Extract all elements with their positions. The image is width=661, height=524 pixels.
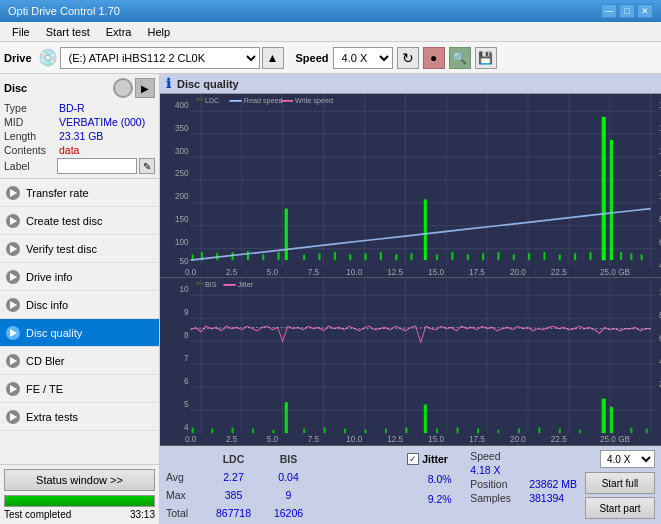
sidebar-item-disc-info[interactable]: Disc info [0, 291, 159, 319]
start-full-btn[interactable]: Start full [585, 472, 655, 494]
sidebar-item-cd-bler[interactable]: CD Bler [0, 347, 159, 375]
eject-btn[interactable]: ▲ [262, 47, 284, 69]
svg-text:5.0: 5.0 [267, 434, 279, 445]
svg-rect-76 [610, 140, 613, 260]
speed-select-stats[interactable]: 4.0 X 2.0 X 8.0 X [600, 450, 655, 468]
svg-rect-0 [160, 94, 661, 277]
svg-rect-141 [436, 429, 438, 434]
svg-text:Jitter: Jitter [238, 280, 254, 290]
svg-text:12.5: 12.5 [387, 267, 403, 278]
stats-header-row: LDC BIS [166, 450, 399, 468]
svg-rect-131 [252, 429, 254, 434]
menu-help[interactable]: Help [139, 24, 178, 40]
svg-rect-67 [482, 253, 484, 260]
stats-total-row: Total 867718 16206 [166, 504, 399, 522]
menu-file[interactable]: File [4, 24, 38, 40]
svg-text:50: 50 [180, 255, 189, 266]
scan-btn[interactable]: 🔍 [449, 47, 471, 69]
jitter-checkbox[interactable]: ✓ [407, 453, 419, 465]
label-input[interactable] [57, 158, 137, 174]
svg-rect-128 [192, 428, 194, 434]
svg-rect-134 [303, 429, 305, 434]
speed-pos-group: Speed 4.18 X Position 23862 MB Samples 3… [470, 450, 577, 504]
create-test-disc-label: Create test disc [26, 215, 102, 227]
svg-rect-133 [285, 402, 288, 433]
maximize-btn[interactable]: □ [619, 4, 635, 18]
position-val: 23862 MB [529, 478, 577, 490]
menu-start-test[interactable]: Start test [38, 24, 98, 40]
sidebar-item-extra-tests[interactable]: Extra tests [0, 403, 159, 431]
svg-text:2.5: 2.5 [226, 267, 238, 278]
sidebar-item-fe-te[interactable]: FE / TE [0, 375, 159, 403]
svg-rect-54 [285, 209, 288, 261]
svg-text:10.0: 10.0 [346, 267, 362, 278]
svg-text:8: 8 [184, 330, 189, 341]
svg-text:9: 9 [184, 307, 189, 318]
disc-icon [113, 78, 133, 98]
label-edit-btn[interactable]: ✎ [139, 158, 155, 174]
toolbar: Drive 💿 (E:) ATAPI iHBS112 2 CL0K ▲ Spee… [0, 42, 661, 74]
save-btn[interactable]: 💾 [475, 47, 497, 69]
svg-text:7.5: 7.5 [308, 434, 320, 445]
sidebar-item-drive-info[interactable]: Drive info [0, 263, 159, 291]
svg-rect-152 [646, 429, 648, 434]
svg-rect-148 [579, 430, 581, 433]
right-panel: ℹ Disc quality [160, 74, 661, 524]
drive-select[interactable]: (E:) ATAPI iHBS112 2 CL0K [60, 47, 260, 69]
close-btn[interactable]: ✕ [637, 4, 653, 18]
stats-max-row: Max 385 9 [166, 486, 399, 504]
app-title: Opti Drive Control 1.70 [8, 5, 120, 17]
svg-text:5: 5 [184, 399, 189, 410]
disc-panel: Disc ▶ Type BD-R MID VERBATIMe (000) Len… [0, 74, 159, 179]
disc-info-icon [6, 298, 20, 312]
svg-rect-68 [497, 252, 499, 260]
svg-rect-150 [610, 407, 613, 433]
svg-rect-153 [196, 282, 204, 285]
total-ldc: 867718 [206, 507, 261, 519]
svg-rect-53 [278, 252, 280, 260]
minimize-btn[interactable]: — [601, 4, 617, 18]
status-window-btn[interactable]: Status window >> [4, 469, 155, 491]
svg-rect-73 [574, 253, 576, 260]
sidebar-item-disc-quality[interactable]: Disc quality [0, 319, 159, 347]
jitter-avg: 8.0% [417, 473, 462, 485]
svg-text:17.5: 17.5 [469, 267, 485, 278]
position-label: Position [470, 478, 525, 490]
menu-bar: File Start test Extra Help [0, 22, 661, 42]
svg-text:10: 10 [180, 284, 189, 295]
status-panel: Status window >> Test completed 33:13 [0, 464, 159, 524]
svg-text:15.0: 15.0 [428, 434, 444, 445]
svg-rect-143 [477, 429, 479, 434]
svg-text:150: 150 [175, 214, 189, 225]
title-bar: Opti Drive Control 1.70 — □ ✕ [0, 0, 661, 22]
disc-quality-label: Disc quality [26, 327, 82, 339]
sidebar-item-create-test-disc[interactable]: Create test disc [0, 207, 159, 235]
svg-rect-55 [303, 254, 305, 260]
refresh-btn[interactable]: ↻ [397, 47, 419, 69]
progress-bar [4, 495, 155, 507]
verify-test-disc-icon [6, 242, 20, 256]
max-label: Max [166, 489, 206, 501]
sidebar-item-transfer-rate[interactable]: Transfer rate [0, 179, 159, 207]
svg-rect-69 [513, 254, 515, 260]
svg-rect-63 [424, 199, 427, 260]
fe-te-label: FE / TE [26, 383, 63, 395]
burn-btn[interactable]: ● [423, 47, 445, 69]
svg-text:7.5: 7.5 [308, 267, 320, 278]
svg-rect-72 [559, 254, 561, 260]
stats-bar: LDC BIS Avg 2.27 0.04 Max 385 9 Total 86… [160, 446, 661, 524]
speed-select[interactable]: 4.0 X 2.0 X 8.0 X [333, 47, 393, 69]
sidebar-item-verify-test-disc[interactable]: Verify test disc [0, 235, 159, 263]
svg-rect-80 [196, 97, 204, 100]
svg-text:250: 250 [175, 168, 189, 179]
max-ldc: 385 [206, 489, 261, 501]
jitter-avg-row: 8.0% [407, 470, 462, 488]
avg-ldc: 2.27 [206, 471, 261, 483]
start-part-btn[interactable]: Start part [585, 497, 655, 519]
menu-extra[interactable]: Extra [98, 24, 140, 40]
ldc-chart-svg: 400 350 300 250 200 150 100 50 18X 16X 1… [160, 94, 661, 277]
disc-btn[interactable]: ▶ [135, 78, 155, 98]
avg-bis: 0.04 [261, 471, 316, 483]
disc-contents-val: data [59, 144, 79, 156]
svg-rect-139 [405, 428, 407, 434]
